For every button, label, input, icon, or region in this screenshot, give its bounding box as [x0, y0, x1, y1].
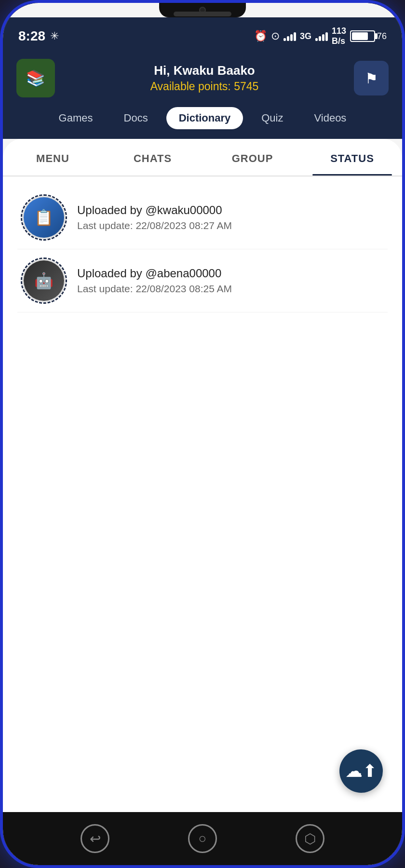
tab-dictionary[interactable]: Dictionary: [166, 107, 243, 129]
status-item-2[interactable]: 🤖 Uploaded by @abena00000 Last update: 2…: [17, 249, 388, 312]
signal-bar-1: [284, 38, 286, 41]
status-bar: 8:28 ✳ ⏰ ⊙ 3G 113B/s: [3, 17, 402, 51]
status-avatar-2: 🤖: [22, 259, 66, 302]
tab-quiz[interactable]: Quiz: [249, 107, 296, 129]
sub-tab-menu[interactable]: MENU: [3, 139, 103, 176]
camera-button[interactable]: [0, 266, 2, 314]
recent-icon: ⬡: [304, 831, 316, 847]
content-area: MENU CHATS GROUP STATUS 📋: [3, 139, 402, 812]
app-header: 📚 Hi, Kwaku Baako Available points: 5745…: [3, 51, 402, 107]
status-time-1: Last update: 22/08/2023 08:27 AM: [77, 220, 383, 231]
user-info: Hi, Kwaku Baako Available points: 5745: [55, 63, 354, 93]
avatar-circle-2: 🤖: [22, 259, 66, 302]
sub-tab-group[interactable]: GROUP: [202, 139, 302, 176]
tab-games[interactable]: Games: [46, 107, 106, 129]
status-time-2: Last update: 22/08/2023 08:25 AM: [77, 283, 383, 295]
avatar-circle-1: 📋: [22, 196, 66, 239]
signal2-bar-3: [322, 34, 324, 41]
signal2-bar-4: [325, 32, 328, 41]
phone-screen: 8:28 ✳ ⏰ ⊙ 3G 113B/s: [3, 3, 402, 865]
avatar-icon: 📚: [26, 69, 45, 87]
sub-tab-status[interactable]: STATUS: [302, 139, 402, 176]
home-icon: ○: [199, 831, 207, 846]
status-info-2: Uploaded by @abena00000 Last update: 22/…: [77, 267, 383, 295]
battery-fill: [352, 32, 368, 40]
status-left: 8:28 ✳: [18, 28, 59, 44]
tab-docs[interactable]: Docs: [111, 107, 161, 129]
recent-button[interactable]: ⬡: [296, 824, 324, 853]
signal2-bar-1: [315, 38, 318, 41]
flag-icon: ⚑: [365, 70, 378, 87]
status-uploader-1: Uploaded by @kwaku00000: [77, 203, 383, 217]
battery-container: 76: [350, 30, 387, 42]
alarm-icon: ⏰: [254, 30, 267, 42]
status-list: 📋 Uploaded by @kwaku00000 Last update: 2…: [3, 176, 402, 812]
upload-fab[interactable]: ☁⬆: [339, 749, 383, 793]
status-time: 8:28: [18, 28, 45, 44]
status-right: ⏰ ⊙ 3G 113B/s: [254, 26, 387, 46]
battery-icon: [350, 30, 375, 42]
user-avatar: 📚: [16, 59, 55, 97]
points-label-prefix: Available points:: [150, 80, 234, 93]
status-avatar-1: 📋: [22, 196, 66, 239]
sub-tabs: MENU CHATS GROUP STATUS: [3, 139, 402, 176]
signal-bar-3: [290, 34, 293, 41]
user-points: Available points: 5745: [55, 80, 354, 93]
signal-bars: [284, 31, 296, 41]
back-icon: ↩: [90, 831, 101, 847]
phone-frame: 8:28 ✳ ⏰ ⊙ 3G 113B/s: [0, 0, 405, 868]
volume-up-button[interactable]: [0, 157, 2, 186]
avatar-image-2: 🤖: [24, 260, 64, 301]
avatar-icon-2: 🤖: [34, 271, 54, 290]
signal-bar-4: [294, 32, 296, 41]
home-button[interactable]: ○: [188, 824, 217, 853]
nav-tabs: Games Docs Dictionary Quiz Videos: [3, 107, 402, 139]
user-greeting: Hi, Kwaku Baako: [55, 63, 354, 78]
battery-percent: 76: [377, 31, 387, 41]
tab-videos[interactable]: Videos: [302, 107, 359, 129]
volume-down-button[interactable]: [0, 205, 2, 254]
network-label: 3G: [300, 31, 311, 41]
signal-bars-2: [315, 31, 328, 41]
status-item-1[interactable]: 📋 Uploaded by @kwaku00000 Last update: 2…: [17, 186, 388, 249]
back-button[interactable]: ↩: [81, 824, 109, 853]
signal2-bar-2: [319, 36, 321, 41]
cloud-upload-icon: ☁⬆: [345, 761, 377, 781]
signal-bar-2: [287, 36, 289, 41]
status-uploader-2: Uploaded by @abena00000: [77, 267, 383, 280]
speed-label: 113B/s: [332, 26, 346, 46]
bottom-nav: ↩ ○ ⬡: [3, 812, 402, 865]
speaker: [174, 12, 231, 16]
sub-tab-chats[interactable]: CHATS: [103, 139, 202, 176]
avatar-image-1: 📋: [24, 197, 64, 238]
points-value: 5745: [234, 80, 258, 93]
waapi-icon: ✳: [50, 30, 59, 42]
action-button[interactable]: ⚑: [354, 61, 389, 95]
power-button[interactable]: [403, 196, 405, 234]
wifi-icon: ⊙: [271, 30, 280, 42]
avatar-icon-1: 📋: [34, 208, 54, 227]
status-info-1: Uploaded by @kwaku00000 Last update: 22/…: [77, 203, 383, 231]
